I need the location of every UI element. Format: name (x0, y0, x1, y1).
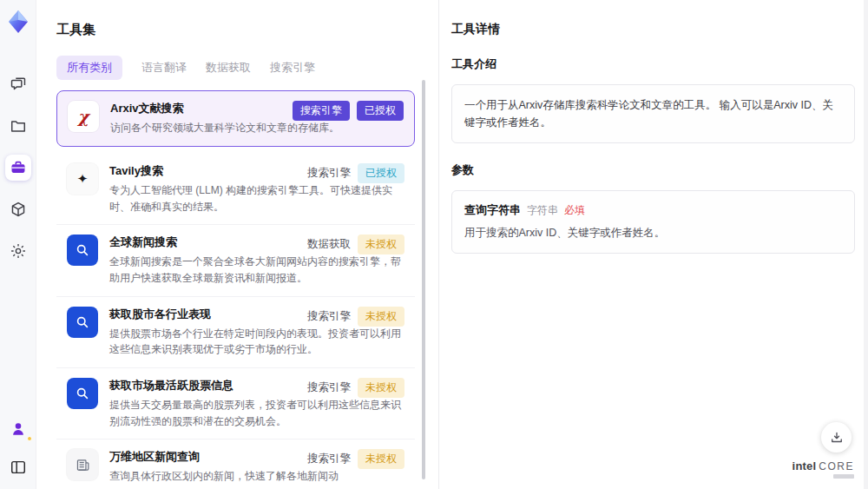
status-badge: 未授权 (358, 378, 404, 398)
tool-detail-panel: 工具详情 工具介绍 一个用于从Arxiv存储库搜索科学论文和文章的工具。 输入可… (439, 0, 868, 489)
cube-icon[interactable] (5, 196, 31, 222)
badges: 搜索引擎 未授权 (307, 307, 404, 327)
app-logo-icon (5, 9, 31, 35)
params-heading: 参数 (451, 162, 855, 178)
param-desc: 用于搜索的Arxiv ID、关键字或作者姓名。 (464, 225, 842, 241)
app-window: 工具集 所有类别 语言翻译 数据获取 搜索引擎 χ Arxiv文献搜索 访问各个… (0, 0, 868, 489)
param-card: 查询字符串 字符串 必填 用于搜索的Arxiv ID、关键字或作者姓名。 (451, 190, 855, 254)
rail-bottom (5, 416, 31, 480)
tool-name: 获取股市各行业表现 (109, 307, 279, 322)
category-tabs: 所有类别 语言翻译 数据获取 搜索引擎 (56, 56, 415, 80)
param-type: 字符串 (527, 203, 558, 218)
window-scrollbar-track[interactable] (864, 0, 868, 489)
core-wordmark: core (819, 460, 854, 472)
news-search-icon (67, 235, 98, 266)
chat-icon[interactable] (5, 71, 31, 97)
tool-list: χ Arxiv文献搜索 访问各个研究领域大量科学论文和文章的存储库。 搜索引擎 … (56, 90, 415, 489)
tool-name: 全球新闻搜索 (109, 235, 279, 250)
intro-heading: 工具介绍 (451, 56, 855, 72)
status-badge: 未授权 (358, 235, 404, 254)
intel-logo-sub-badge (833, 474, 854, 479)
intro-text: 一个用于从Arxiv存储库搜索科学论文和文章的工具。 输入可以是Arxiv ID… (464, 96, 842, 131)
stock-sector-icon (67, 307, 98, 338)
toolbox-icon[interactable] (5, 155, 31, 181)
intel-core-logo: intel core (792, 459, 854, 479)
category-label: 搜索引擎 (307, 309, 351, 324)
avatar-status-dot (27, 436, 32, 441)
settings-gear-icon[interactable] (5, 238, 31, 264)
tab-translation[interactable]: 语言翻译 (141, 60, 187, 76)
tab-search-engine[interactable]: 搜索引擎 (270, 60, 315, 76)
category-label: 搜索引擎 (307, 452, 351, 466)
status-badge: 已授权 (358, 163, 404, 183)
badges: 数据获取 未授权 (307, 235, 404, 254)
download-button[interactable] (821, 422, 852, 453)
arxiv-chi-icon: χ (68, 101, 99, 132)
param-name: 查询字符串 (464, 202, 521, 218)
active-stocks-icon (67, 378, 98, 409)
tab-all-categories[interactable]: 所有类别 (56, 56, 122, 80)
tool-item-arxiv[interactable]: χ Arxiv文献搜索 访问各个研究领域大量科学论文和文章的存储库。 搜索引擎 … (56, 90, 415, 147)
intro-card: 一个用于从Arxiv存储库搜索科学论文和文章的工具。 输入可以是Arxiv ID… (451, 84, 855, 143)
status-badge: 已授权 (357, 101, 404, 121)
category-label: 数据获取 (307, 237, 351, 252)
tool-desc: 访问各个研究领域大量科学论文和文章的存储库。 (110, 120, 404, 136)
tool-name: 万维地区新闻查询 (109, 449, 279, 465)
sparkle-icon: ✦ (67, 163, 98, 195)
folder-icon[interactable] (5, 113, 31, 139)
tool-desc: 全球新闻搜索是一个聚合全球各大新闻网站内容的搜索引擎，帮助用户快速获取全球最新资… (109, 254, 404, 286)
param-required-badge: 必填 (564, 203, 585, 218)
tool-name: Arxiv文献搜索 (110, 101, 278, 116)
badges: 搜索引擎 未授权 (307, 378, 404, 398)
tool-name: Tavily搜索 (109, 163, 279, 179)
category-label: 搜索引擎 (307, 380, 351, 395)
tab-data-fetch[interactable]: 数据获取 (206, 60, 251, 76)
category-badge: 搜索引擎 (293, 101, 350, 121)
newspaper-icon (67, 449, 98, 480)
param-head: 查询字符串 字符串 必填 (464, 202, 842, 218)
category-label: 搜索引擎 (307, 166, 351, 181)
tool-desc: 提供股票市场各个行业在特定时间段内的表现。投资者可以利用这些信息来识别表现优于或… (109, 326, 404, 358)
panel-toggle-icon[interactable] (5, 454, 31, 480)
tool-item-active-stocks[interactable]: 获取市场最活跃股票信息 提供当天交易量最高的股票列表，投资者可以利用这些信息来识… (56, 368, 415, 439)
status-badge: 未授权 (358, 449, 404, 469)
rail-nav (5, 71, 31, 264)
badges: 搜索引擎 已授权 (293, 101, 404, 121)
list-scrollbar[interactable] (422, 80, 425, 479)
tool-item-global-news[interactable]: 全球新闻搜索 全球新闻搜索是一个聚合全球各大新闻网站内容的搜索引擎，帮助用户快速… (56, 225, 415, 296)
tool-list-panel: 工具集 所有类别 语言翻译 数据获取 搜索引擎 χ Arxiv文献搜索 访问各个… (36, 0, 438, 489)
tool-desc: 专为人工智能代理 (LLM) 构建的搜索引擎工具。可快速提供实时、准确和真实的结… (109, 182, 404, 215)
badges: 搜索引擎 已授权 (307, 163, 404, 183)
tool-item-regional-news[interactable]: 万维地区新闻查询 查询具体行政区划内的新闻，快速了解各地新闻动 搜索引擎 未授权 (56, 439, 415, 489)
page-title: 工具集 (56, 22, 415, 38)
user-avatar[interactable] (5, 416, 31, 442)
tool-item-stock-sectors[interactable]: 获取股市各行业表现 提供股票市场各个行业在特定时间段内的表现。投资者可以利用这些… (56, 297, 415, 368)
status-badge: 未授权 (358, 307, 404, 327)
tool-item-tavily[interactable]: ✦ Tavily搜索 专为人工智能代理 (LLM) 构建的搜索引擎工具。可快速提… (56, 154, 415, 225)
tool-name: 获取市场最活跃股票信息 (109, 378, 279, 393)
intel-wordmark: intel (792, 459, 817, 472)
badges: 搜索引擎 未授权 (307, 449, 404, 469)
detail-title: 工具详情 (451, 22, 855, 37)
tool-desc: 提供当天交易量最高的股票列表，投资者可以利用这些信息来识别流动性强的股票和潜在的… (109, 397, 404, 429)
tool-desc: 查询具体行政区划内的新闻，快速了解各地新闻动 (109, 468, 404, 485)
left-rail (0, 0, 36, 489)
